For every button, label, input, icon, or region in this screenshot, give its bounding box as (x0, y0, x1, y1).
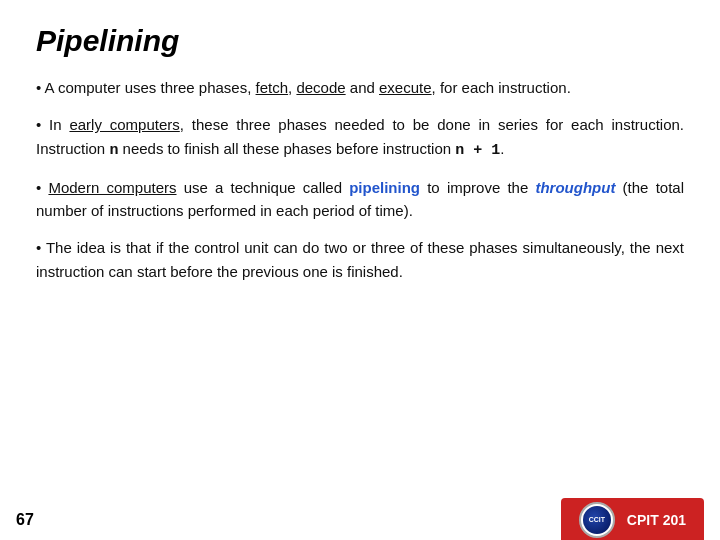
bullet-3: • Modern computers use a technique calle… (36, 176, 684, 223)
bullet-3-text: • Modern computers use a technique calle… (36, 176, 684, 223)
bullet-2-text: • In early computers, these three phases… (36, 113, 684, 162)
slide: Pipelining • A computer uses three phase… (0, 0, 720, 540)
bullet-1: • A computer uses three phases, fetch, d… (36, 76, 684, 99)
bullet-1-text: • A computer uses three phases, fetch, d… (36, 76, 684, 99)
bullet-4: • The idea is that if the control unit c… (36, 236, 684, 283)
bullet-4-text: • The idea is that if the control unit c… (36, 236, 684, 283)
page-number: 67 (16, 511, 34, 529)
brand-label: CPIT 201 (627, 512, 686, 528)
bullet-2: • In early computers, these three phases… (36, 113, 684, 162)
slide-title: Pipelining (36, 24, 684, 58)
brand-badge: CCIT CPIT 201 (561, 498, 704, 540)
university-logo: CCIT (579, 502, 615, 538)
slide-footer: 67 CCIT CPIT 201 (0, 500, 720, 540)
